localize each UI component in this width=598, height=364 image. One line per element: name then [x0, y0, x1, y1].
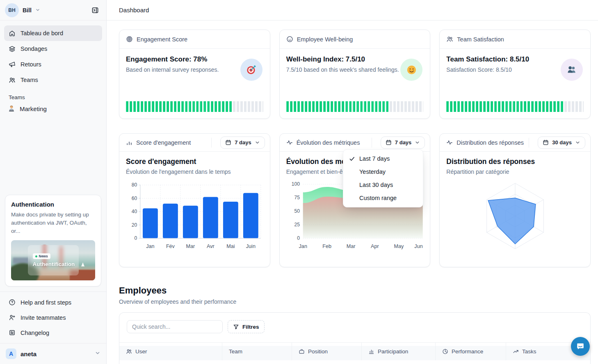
column-label: Tasks — [522, 348, 536, 355]
sidebar-item-help[interactable]: Help and first steps — [4, 295, 102, 310]
svg-text:75: 75 — [294, 195, 300, 200]
column-label: Participation — [378, 348, 408, 355]
sidebar-item-label: Sondages — [21, 46, 47, 52]
svg-text:Fév: Fév — [166, 243, 175, 249]
promo-caption: Authentification — [33, 261, 75, 267]
range-selector-button[interactable]: 7 days — [220, 136, 265, 149]
column-header-user: User — [119, 343, 222, 360]
promo-image-sailboat — [81, 262, 84, 266]
changelog-icon — [9, 329, 16, 336]
dart-target-emoji — [240, 59, 262, 81]
page-title: Dashboard — [119, 7, 149, 14]
chevron-down-icon — [575, 140, 580, 145]
chart-subtitle: Répartition par catégorie — [446, 168, 584, 175]
menu-item-yesterday[interactable]: Yesterday — [343, 165, 423, 178]
divider — [211, 138, 212, 148]
svg-text:100: 100 — [291, 181, 299, 187]
search-input[interactable] — [127, 320, 223, 333]
range-selector-button[interactable]: 7 days — [381, 136, 425, 149]
trending-up-icon — [513, 348, 519, 355]
workspace-switcher[interactable]: A aneta — [0, 343, 106, 364]
avatar[interactable]: BH — [5, 3, 19, 17]
chevron-down-icon — [35, 7, 40, 13]
busts-in-silhouette-emoji — [561, 59, 583, 81]
sidebar-item-teams[interactable]: Teams — [4, 72, 102, 88]
card-body: Score d'engagement Évolution de l'engage… — [119, 152, 270, 253]
sidebar-item-surveys[interactable]: Sondages — [4, 41, 102, 57]
technologist-emoji — [8, 105, 15, 112]
chat-bubble-icon — [576, 342, 585, 351]
card-header: Team Satisfaction — [440, 30, 590, 49]
progress-fill — [126, 101, 233, 112]
chat-launcher-button[interactable] — [571, 337, 590, 356]
menu-item-label: Yesterday — [359, 168, 386, 175]
sidebar-item-invite[interactable]: Invite teammates — [4, 310, 102, 325]
sidebar-item-team-marketing[interactable]: Marketing — [0, 101, 106, 116]
menu-item-label: Last 7 days — [359, 155, 390, 162]
column-header-position: Position — [292, 343, 361, 360]
sidebar-item-feedback[interactable]: Retours — [4, 57, 102, 72]
calendar-icon — [386, 139, 392, 146]
svg-text:0: 0 — [297, 235, 300, 241]
range-label: 7 days — [235, 139, 251, 146]
menu-item-custom-range[interactable]: Custom range — [343, 191, 423, 205]
card-header: Employee Well-being — [280, 30, 430, 49]
user-name[interactable]: Bill — [23, 7, 32, 14]
svg-text:50: 50 — [294, 208, 300, 214]
range-label: 30 days — [552, 139, 572, 146]
progress-fill — [286, 101, 389, 112]
menu-item-last-30-days[interactable]: Last 30 days — [343, 178, 423, 191]
filters-button[interactable]: Filtres — [228, 320, 265, 333]
sidebar-item-label: Teams — [21, 77, 38, 83]
column-header-team: Team — [222, 343, 292, 360]
svg-text:Feb: Feb — [322, 243, 331, 249]
app-window: BH Bill Tableau de bord Sondages — [0, 0, 598, 364]
column-header-participation: Participation — [361, 343, 435, 360]
employees-toolbar: Filtres — [119, 313, 590, 341]
users-icon — [446, 36, 453, 43]
filters-label: Filtres — [242, 324, 259, 330]
help-circle-icon — [9, 299, 16, 306]
column-label: Position — [308, 348, 328, 355]
chart-title: Score d'engagement — [126, 157, 263, 166]
range-label: 7 days — [395, 139, 411, 146]
employees-subtitle: Overview of employees and their performa… — [119, 298, 591, 305]
news-badge: News — [33, 253, 50, 259]
svg-text:Jan: Jan — [299, 243, 307, 249]
card-header: Score d'engagement 7 days — [119, 134, 270, 152]
card-body: Distribution des réponses Répartition pa… — [440, 152, 590, 253]
card-header-label: Employee Well-being — [297, 36, 353, 43]
news-badge-label: News — [39, 254, 48, 258]
svg-text:May: May — [394, 243, 404, 249]
megaphone-icon — [9, 61, 16, 68]
svg-text:Jun: Jun — [414, 243, 422, 249]
collapse-sidebar-button[interactable] — [89, 4, 101, 16]
users-icon — [9, 77, 16, 84]
svg-text:Jan: Jan — [146, 243, 154, 249]
progress-bar — [446, 101, 584, 112]
employees-section: Employees Overview of employees and thei… — [119, 285, 591, 364]
promo-image[interactable]: News Authentification — [11, 240, 95, 280]
card-header-label: Engagement Score — [137, 36, 187, 43]
smile-icon — [286, 36, 293, 43]
sidebar-item-dashboard[interactable]: Tableau de bord — [4, 25, 102, 41]
activity-icon — [446, 139, 453, 146]
divider — [372, 138, 372, 148]
menu-item-label: Last 30 days — [359, 182, 393, 188]
card-header-label: Évolution des métriques — [297, 139, 360, 146]
range-dropdown-menu: Last 7 days Yesterday Last 30 days Custo… — [343, 149, 423, 207]
menu-item-last-7-days[interactable]: Last 7 days — [343, 152, 423, 165]
progress-bar — [126, 101, 263, 112]
svg-text:Juin: Juin — [246, 243, 256, 249]
sidebar: BH Bill Tableau de bord Sondages — [0, 0, 107, 364]
promo-card-authentication[interactable]: Authentication Make docs private by sett… — [5, 195, 101, 287]
range-selector-button[interactable]: 30 days — [538, 136, 585, 149]
employees-title: Employees — [119, 285, 591, 296]
response-distribution-card: Distribution des réponses 30 days Distri… — [439, 133, 591, 267]
svg-text:25: 25 — [294, 222, 300, 228]
engagement-score-card: Engagement Score Engagement Score: 78% B… — [119, 30, 270, 119]
card-header-label: Team Satisfaction — [457, 36, 504, 43]
sidebar-spacer — [0, 116, 106, 195]
progress-fill — [446, 101, 563, 112]
sidebar-item-changelog[interactable]: Changelog — [4, 325, 102, 340]
